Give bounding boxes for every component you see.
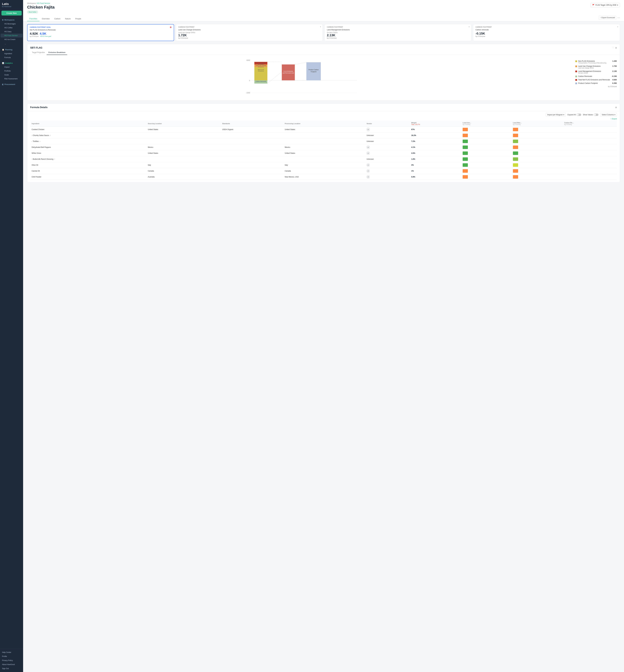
workspaces-header[interactable]: ⊞ Workspaces (0, 18, 23, 22)
processing-location: United States (283, 150, 365, 156)
sidebar-item-hg-beverages[interactable]: HG Beverages (1, 22, 23, 26)
land-mgmt-color (512, 150, 563, 156)
privacy-policy-link[interactable]: Privacy Policy (0, 658, 23, 663)
more-options-button[interactable]: ⋯ (617, 16, 620, 19)
main-content: Workspace: HG Food Service Chicken Fajit… (23, 0, 624, 672)
layers-icon: ◧ (2, 83, 4, 85)
weight: 1% (410, 168, 461, 174)
table-row: Chili PowderAustraliaNew Mexico, USAst0.… (30, 174, 617, 180)
sidebar-item-hg-food-service[interactable]: HG Food Service (1, 34, 23, 38)
table-row: Cooked ChickenUnited StatesUSDA OrganicU… (30, 127, 617, 132)
flag-target-label: FLAG Target: 20% by 2030 (595, 4, 616, 6)
expand-all-toggle[interactable] (577, 114, 581, 116)
land-use-color (461, 156, 512, 162)
product-badge: Best Seller (27, 11, 38, 13)
formula-collapse-icon[interactable]: ∧ (615, 106, 617, 109)
procurement-label: Procurement (4, 83, 15, 85)
weight: 4.1% (410, 144, 461, 150)
impact-per-kg-button[interactable]: Impact per Kilogram ▾ (546, 113, 566, 117)
vendor: Unknown (365, 132, 410, 139)
sidebar-expand-workspaces[interactable]: ⌄ (1, 42, 23, 46)
export-label2: Export (612, 118, 617, 120)
show-values-label: Show Values (583, 114, 593, 116)
sourcing-location: United States (146, 150, 221, 156)
tab-overview[interactable]: Overview (40, 17, 52, 21)
legend-color-non-flag (575, 60, 577, 62)
external-link-icon[interactable]: ↗ (54, 158, 55, 160)
planning-header[interactable]: 📋 Planning (0, 48, 23, 52)
col-land-use: Land Use... kg CO2e/kg (461, 121, 512, 127)
table-export-link[interactable]: ↑ Export (610, 118, 617, 120)
external-link-icon[interactable]: ↗ (49, 135, 51, 136)
carbon-re-color (563, 144, 617, 150)
table-row: White OnionUnited StatesUnited Statesst2… (30, 150, 617, 156)
vendor-badge: st (367, 152, 370, 155)
card-removals-unit: kg CO2e/year (475, 35, 618, 37)
goal-icon: 🎯 (170, 26, 172, 28)
chart-area: 6000 0 -1000 (30, 57, 572, 98)
card-removals-dropdown[interactable]: ▾ (617, 26, 618, 28)
sidebar-item-hg-dairy[interactable]: HG Dairy (1, 30, 23, 33)
table-row: ›Chunky Salsa Sauce↗Unknown16.2% (30, 132, 617, 139)
svg-text:Emissions: Emissions (258, 70, 264, 72)
card-land-mgmt-dropdown[interactable]: ▾ (469, 26, 470, 28)
carbon-card-land-use: CARBON FOOTPRINT ▾ Land Use Change Emiss… (176, 24, 323, 41)
analytics-label: Analytics (5, 62, 13, 64)
workspace-link[interactable]: HG Food Service (37, 2, 50, 4)
waterfall-chart: 6000 0 -1000 (30, 57, 572, 98)
sidebar-item-impact[interactable]: Impact (1, 65, 23, 69)
analytics-header[interactable]: 📊 Analytics (0, 61, 23, 65)
carbon-card-goal: CARBON FOOTPRINT GOAL 🎯 Net FLAG Emissio… (27, 24, 174, 41)
weight: 7.2% (410, 139, 461, 144)
sidebar-item-portfolio[interactable]: Portfolio (1, 69, 23, 73)
chevron-down-icon: ▾ (617, 4, 618, 6)
content-area: CARBON FOOTPRINT GOAL 🎯 Net FLAG Emissio… (23, 21, 624, 188)
sidebar-item-risk-assessment[interactable]: Risk Assessment (1, 77, 23, 81)
tab-carbon[interactable]: Carbon (52, 17, 63, 21)
external-link-icon[interactable]: ↗ (39, 141, 41, 142)
chevron-down-icon: ▾ (563, 114, 564, 116)
vendor: st (365, 162, 410, 168)
col-carbon-re: Carbon Re... kg CO2e/kg (563, 121, 617, 127)
legend-color-product-cf (575, 82, 577, 84)
help-center-link[interactable]: Help Center (0, 650, 23, 654)
tab-nature[interactable]: Nature (63, 17, 73, 21)
col-vendor: Vendor (365, 121, 410, 127)
card-removals-desc: Carbon removals (475, 29, 618, 31)
sidebar-item-formula[interactable]: Formula (1, 56, 23, 59)
show-values-toggle[interactable] (594, 114, 598, 116)
expand-row-icon[interactable]: › (32, 134, 32, 136)
expand-row-icon[interactable]: › (32, 158, 32, 160)
export-scorecard-button[interactable]: ↑ Export Scorecard (599, 16, 616, 20)
collapse-icon[interactable]: ∧ (615, 46, 617, 49)
select-columns-button[interactable]: Select Columns ▾ (600, 113, 617, 117)
profile-link[interactable]: Profile (0, 654, 23, 658)
ingredient-name: Canola Oil (30, 168, 146, 174)
app-name: Latis (2, 2, 21, 6)
flag-target-button[interactable]: 🚩 FLAG Target: 20% by 2030 ▾ (591, 3, 620, 7)
favorite-icon[interactable]: ♡ (612, 46, 614, 49)
tab-people[interactable]: People (73, 17, 83, 21)
legend-color-land-mgmt (575, 71, 577, 72)
carbon-card-removals: CARBON FOOTPRINT ▾ Carbon removals -0.15… (473, 24, 620, 41)
expand-row-icon[interactable]: › (32, 140, 32, 142)
sidebar-item-hg-coffee[interactable]: HG Coffee (1, 26, 23, 30)
sidebar-item-hg-ice-cream[interactable]: HG Ice Cream (1, 38, 23, 41)
card-dropdown-icon[interactable]: ▾ (320, 26, 321, 28)
sourcing-location: Mexico (146, 144, 221, 150)
carbon-re-color (563, 132, 617, 139)
tab-emissions-breakdown[interactable]: Emissions Breakdown (47, 50, 67, 55)
sidebar-item-ingredient[interactable]: Ingredient (1, 52, 23, 55)
tab-target-projection[interactable]: Target Projection (30, 50, 47, 55)
create-new-button[interactable]: Create New (1, 11, 22, 16)
sidebar-item-goals[interactable]: Goals (1, 73, 23, 77)
title-row: Workspace: HG Food Service Chicken Fajit… (27, 2, 620, 15)
vendor: st (365, 174, 410, 180)
svg-text:Product Carbon: Product Carbon (309, 69, 319, 71)
sign-out-link[interactable]: Sign Out (0, 667, 23, 671)
about-howgood-link[interactable]: About HowGood (0, 663, 23, 667)
workspaces-section: ⊞ Workspaces HG Beverages HG Coffee HG D… (0, 17, 23, 47)
tab-favorites[interactable]: Favorites (27, 17, 40, 21)
show-values-control: Show Values (583, 114, 598, 116)
procurement-header[interactable]: ◧ Procurement (0, 82, 23, 86)
